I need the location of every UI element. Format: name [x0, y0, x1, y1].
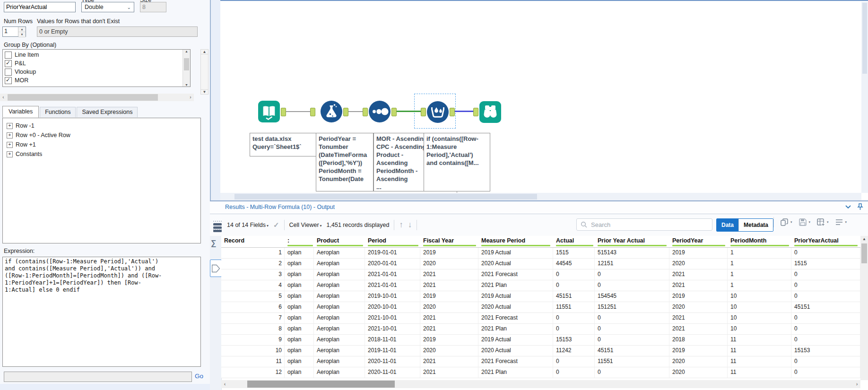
column-header[interactable]: PriorYearActual [791, 236, 860, 247]
annotation-sort[interactable]: MOR - Ascendin CPC - Ascending Product -… [373, 133, 429, 191]
checkbox[interactable] [5, 52, 12, 59]
apply-check-icon[interactable]: ✓ [273, 221, 279, 229]
config-scrollbar[interactable]: ▲ ▼ [200, 49, 208, 95]
table-row[interactable]: 8oplanAeroplan2021-10-0120212021 Plan002… [221, 324, 860, 335]
data-tab[interactable]: Data [717, 219, 738, 231]
scroll-left-icon[interactable]: ‹ [0, 94, 7, 101]
scrollbar-thumb[interactable] [861, 243, 867, 263]
column-header[interactable]: : [285, 236, 314, 247]
field-name-input[interactable] [4, 2, 76, 12]
table-row[interactable]: 6oplanAeroplan2020-10-0120202020 Actual1… [221, 302, 860, 313]
canvas-vertical-scrollbar[interactable] [861, 2, 868, 193]
pin-icon[interactable] [857, 203, 863, 210]
annotation-formula[interactable]: PeriodYear = Tonumber (DateTimeForma ([P… [316, 133, 373, 191]
formula-tool[interactable] [320, 100, 343, 123]
group-by-scrollbar[interactable]: ▲ ▼ [182, 50, 190, 87]
expand-icon[interactable]: + [7, 151, 13, 157]
workflow-canvas[interactable]: test data.xlsx Query=`Sheet1$` PeriodYea… [220, 0, 868, 200]
scrollbar-thumb[interactable] [184, 58, 189, 70]
scroll-to-bottom-button[interactable]: ↓ [408, 220, 412, 230]
type-dropdown[interactable]: Double ⌄ [81, 2, 134, 12]
column-header[interactable]: Prior Year Actual [595, 236, 669, 247]
group-by-item[interactable]: P&L [3, 59, 190, 68]
annotation-multi-row-formula[interactable]: if (contains([Row- 1:Measure Period],'Ac… [424, 133, 490, 191]
save-button[interactable]: ▾ [799, 218, 811, 226]
results-vertical-scrollbar[interactable]: ▲ [860, 236, 868, 380]
copy-button[interactable]: ▾ [780, 218, 792, 226]
checkbox[interactable] [5, 77, 12, 84]
group-by-list[interactable]: Line ItemP&LVlookupMOR ▲ ▼ [2, 49, 191, 87]
tree-item[interactable]: +Constants [5, 149, 199, 159]
metadata-tab[interactable]: Metadata [738, 219, 773, 231]
expand-icon[interactable]: + [7, 142, 13, 148]
column-header[interactable]: PeriodYear [669, 236, 728, 247]
table-row[interactable]: 1oplanAeroplan2019-01-0120192019 Actual1… [221, 248, 860, 259]
panel-grip[interactable] [213, 215, 222, 219]
scroll-down-icon[interactable]: ▼ [201, 89, 208, 94]
cell-viewer-dropdown[interactable]: Cell Viewer▾ [289, 222, 322, 228]
sort-tool[interactable] [368, 100, 391, 123]
collapse-chevron-icon[interactable] [845, 204, 851, 210]
column-header[interactable]: Product [314, 236, 365, 247]
fields-summary-dropdown[interactable]: 14 of 14 Fields▾ [227, 222, 269, 228]
expand-icon[interactable]: + [7, 123, 13, 129]
scrollbar-thumb[interactable] [234, 194, 537, 199]
table-row[interactable]: 3oplanAeroplan2021-01-0120212021 Forecas… [221, 269, 860, 280]
stepper-down-button[interactable]: ▼ [18, 32, 26, 37]
tab-saved-expressions[interactable]: Saved Expressions [77, 107, 138, 117]
variables-tree[interactable]: +Row -1+Row +0 - Active Row+Row +1+Const… [2, 118, 201, 243]
scroll-up-icon[interactable]: ▲ [201, 50, 208, 54]
table-row[interactable]: 2oplanAeroplan2020-01-0120202020 Actual4… [221, 259, 860, 269]
tree-item[interactable]: +Row +1 [5, 140, 199, 149]
record-pointer-button[interactable] [210, 260, 222, 277]
search-input[interactable] [590, 221, 708, 229]
input-data-tool[interactable] [258, 100, 280, 123]
tab-functions[interactable]: Functions [40, 107, 76, 117]
table-row[interactable]: 9oplanAeroplan2018-11-0120192019 Actual1… [221, 335, 860, 346]
scroll-left-icon[interactable]: ‹ [221, 380, 228, 388]
scroll-down-icon[interactable]: ▼ [183, 83, 190, 87]
checkbox[interactable] [5, 69, 12, 76]
sigma-totals-icon[interactable]: ∑ [211, 239, 216, 247]
column-header[interactable]: Fiscal Year [420, 236, 478, 247]
scroll-right-icon[interactable]: › [853, 380, 860, 388]
group-by-item[interactable]: Line Item [3, 51, 190, 59]
group-by-hscrollbar[interactable]: ‹ › [0, 94, 194, 101]
scroll-right-icon[interactable]: › [187, 94, 194, 101]
multi-row-formula-tool[interactable] [426, 101, 449, 123]
column-header[interactable]: PeriodMonth [728, 236, 791, 247]
column-header[interactable]: Record [221, 236, 285, 247]
tree-item[interactable]: +Row -1 [5, 121, 199, 130]
scrollbar-thumb[interactable] [247, 381, 395, 388]
table-row[interactable]: 10oplanAeroplan2019-11-0120202020 Actual… [221, 346, 860, 356]
browse-tool[interactable] [479, 101, 502, 123]
scrollbar-thumb[interactable] [8, 94, 158, 101]
table-row[interactable]: 7oplanAeroplan2021-10-0120212021 Forecas… [221, 313, 860, 324]
row-view-icon[interactable] [212, 222, 223, 233]
tree-item[interactable]: +Row +0 - Active Row [5, 130, 199, 140]
column-header[interactable]: Measure Period [478, 236, 553, 247]
stepper-up-button[interactable]: ▲ [18, 27, 26, 32]
expression-editor[interactable]: if (contains([Row-1:Measure Period],'Act… [2, 257, 201, 367]
new-window-button[interactable]: ▾ [816, 218, 829, 226]
column-header[interactable]: Period [365, 236, 420, 247]
canvas-horizontal-scrollbar[interactable] [220, 193, 861, 200]
tab-variables[interactable]: Variables [2, 106, 39, 118]
group-by-item[interactable]: Vlookup [3, 68, 190, 76]
scroll-up-icon[interactable]: ▲ [183, 50, 190, 53]
num-rows-stepper[interactable]: 1 ▲ ▼ [2, 26, 26, 37]
table-row[interactable]: 12oplanAeroplan2020-11-0120212021 Plan00… [221, 367, 860, 378]
table-row[interactable]: 4oplanAeroplan2021-01-0120212021 Plan002… [221, 280, 860, 291]
group-by-item[interactable]: MOR [3, 76, 190, 85]
expand-icon[interactable]: + [7, 132, 13, 139]
scroll-to-top-button[interactable]: ↑ [399, 220, 403, 230]
scroll-up-icon[interactable]: ▲ [860, 236, 868, 243]
table-row[interactable]: 11oplanAeroplan2020-11-0120212021 Foreca… [221, 356, 860, 367]
panel-divider[interactable] [210, 0, 220, 200]
table-row[interactable]: 5oplanAeroplan2019-10-0120192019 Actual4… [221, 291, 860, 302]
scrollbar-thumb[interactable] [862, 3, 867, 74]
menu-button[interactable]: ▾ [835, 218, 847, 226]
search-box[interactable] [576, 218, 712, 231]
go-button[interactable]: Go [195, 373, 203, 380]
results-horizontal-scrollbar[interactable]: ‹ › [221, 380, 860, 388]
